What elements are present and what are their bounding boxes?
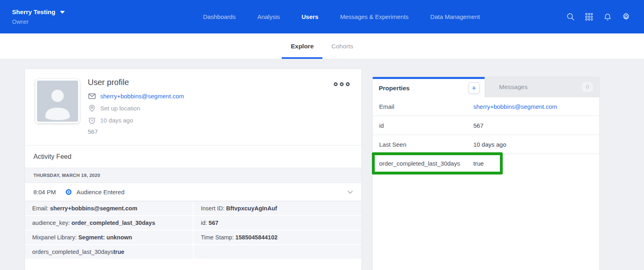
detail-label: audience_key:	[32, 220, 72, 226]
detail-label: Time Stamp:	[201, 234, 235, 241]
event-time: 8:04 PM	[33, 189, 62, 195]
detail-label: Email:	[32, 205, 50, 212]
profile-last-seen-row: 10 days ago	[88, 116, 184, 125]
notifications-bell-icon[interactable]	[603, 12, 612, 21]
detail-value: order_completed_last_30days	[72, 220, 155, 226]
property-value: 567	[473, 122, 483, 129]
secondary-navigation: Explore Cohorts	[0, 33, 644, 59]
property-label: Last Seen	[379, 141, 473, 148]
nav-icon-group	[566, 12, 632, 21]
activity-feed-title: Activity Feed	[25, 145, 361, 168]
nav-item-analysis[interactable]: Analysis	[257, 13, 280, 20]
property-row-last-seen: Last Seen 10 days ago	[373, 135, 599, 154]
chevron-down-icon[interactable]	[347, 190, 353, 194]
event-detail-mixpanel-library: Mixpanel Library: Segment: unknown	[25, 231, 193, 244]
location-pin-icon	[88, 104, 96, 112]
nav-item-data-management[interactable]: Data Management	[430, 13, 480, 20]
detail-label: Insert ID:	[201, 205, 226, 212]
envelope-icon	[88, 92, 96, 100]
event-detail-orders-completed: orders_completed_last_30daystrue	[25, 245, 193, 259]
profile-title: User profile	[88, 78, 184, 87]
event-detail-email: Email: sherry+bobbins@segment.com	[25, 201, 193, 215]
user-profile-card: User profile sherry+bobbins@segment.com	[25, 69, 362, 270]
chevron-down-icon	[60, 11, 65, 14]
tab-properties-label: Properties	[379, 85, 410, 92]
property-value: 10 days ago	[473, 141, 506, 148]
event-detail-id: id: 567	[194, 216, 361, 230]
profile-info: User profile sherry+bobbins@segment.com	[88, 78, 184, 135]
activity-feed-date-header: THURSDAY, MARCH 19, 2020	[25, 168, 361, 183]
tab-properties[interactable]: Properties +	[373, 77, 485, 97]
property-label: Email	[379, 103, 473, 110]
detail-value: 1585045844102	[235, 234, 278, 241]
main-nav: Dashboards Analysis Users Messages & Exp…	[117, 13, 566, 20]
tab-cohorts[interactable]: Cohorts	[322, 33, 362, 59]
alarm-clock-icon	[88, 116, 96, 125]
event-detail-empty	[194, 245, 361, 259]
property-row-order-completed: order_completed_last_30days true	[373, 154, 599, 173]
tab-messages-label: Messages	[499, 83, 528, 91]
tab-cohorts-label: Cohorts	[331, 43, 353, 50]
properties-table: Email sherry+bobbins@segment.com id 567 …	[373, 97, 599, 173]
detail-value: Segment: unknown	[78, 234, 132, 241]
detail-label: Mixpanel Library:	[32, 234, 78, 241]
detail-label: id:	[201, 220, 208, 226]
messages-count-badge: 0	[582, 82, 593, 92]
event-detail-insert-id: Insert ID: BftvpxcuyAgInAuf	[194, 201, 361, 215]
avatar	[35, 79, 80, 123]
profile-id: 567	[88, 128, 184, 135]
project-name[interactable]: Sherry Testing	[12, 8, 117, 16]
nav-item-dashboards[interactable]: Dashboards	[203, 13, 236, 20]
settings-gear-icon[interactable]	[622, 12, 630, 21]
search-icon[interactable]	[566, 12, 575, 21]
tab-explore-label: Explore	[291, 43, 314, 50]
more-options-icon[interactable]	[333, 81, 350, 87]
nav-item-users[interactable]: Users	[301, 13, 318, 20]
add-property-button[interactable]: +	[468, 82, 480, 94]
profile-last-seen-text: 10 days ago	[100, 117, 133, 124]
detail-value: 567	[208, 220, 218, 226]
properties-panel: Properties + Messages 0 Email sherry+bob…	[372, 77, 600, 270]
property-value: true	[473, 160, 484, 167]
properties-panel-tabs: Properties + Messages 0	[373, 77, 599, 97]
profile-email-row: sherry+bobbins@segment.com	[88, 92, 184, 100]
property-row-email: Email sherry+bobbins@segment.com	[373, 97, 599, 116]
project-switcher[interactable]: Sherry Testing Owner	[12, 8, 117, 25]
property-label: id	[379, 122, 473, 129]
profile-location-text[interactable]: Set up location	[100, 105, 140, 112]
profile-email-link[interactable]: sherry+bobbins@segment.com	[100, 93, 184, 100]
property-row-id: id 567	[373, 116, 599, 135]
event-detail-audience-key: audience_key: order_completed_last_30day…	[25, 216, 193, 230]
profile-header: User profile sherry+bobbins@segment.com	[25, 69, 361, 145]
nav-item-messages-experiments[interactable]: Messages & Experiments	[340, 13, 409, 20]
property-value-email-link[interactable]: sherry+bobbins@segment.com	[473, 103, 557, 110]
event-details-grid: Email: sherry+bobbins@segment.com Insert…	[25, 201, 361, 259]
detail-label: orders_completed_last_30days	[32, 249, 114, 255]
profile-location-row: Set up location	[88, 104, 184, 112]
event-detail-time-stamp: Time Stamp: 1585045844102	[194, 231, 361, 244]
detail-value: true	[114, 249, 124, 255]
audience-entered-icon	[66, 189, 72, 195]
highlighted-row-wrapper: order_completed_last_30days true	[373, 154, 599, 173]
apps-grid-icon[interactable]	[585, 12, 593, 21]
tab-messages[interactable]: Messages 0	[485, 77, 599, 97]
event-name: Audience Entered	[76, 189, 124, 195]
project-name-label: Sherry Testing	[12, 8, 55, 16]
activity-event-row[interactable]: 8:04 PM Audience Entered	[25, 183, 361, 201]
detail-value: BftvpxcuyAgInAuf	[226, 205, 277, 212]
tab-explore[interactable]: Explore	[282, 33, 322, 59]
detail-value: sherry+bobbins@segment.com	[50, 205, 137, 212]
project-role-label: Owner	[12, 19, 117, 25]
property-label: order_completed_last_30days	[379, 160, 473, 167]
top-navigation-bar: Sherry Testing Owner Dashboards Analysis…	[0, 0, 644, 33]
